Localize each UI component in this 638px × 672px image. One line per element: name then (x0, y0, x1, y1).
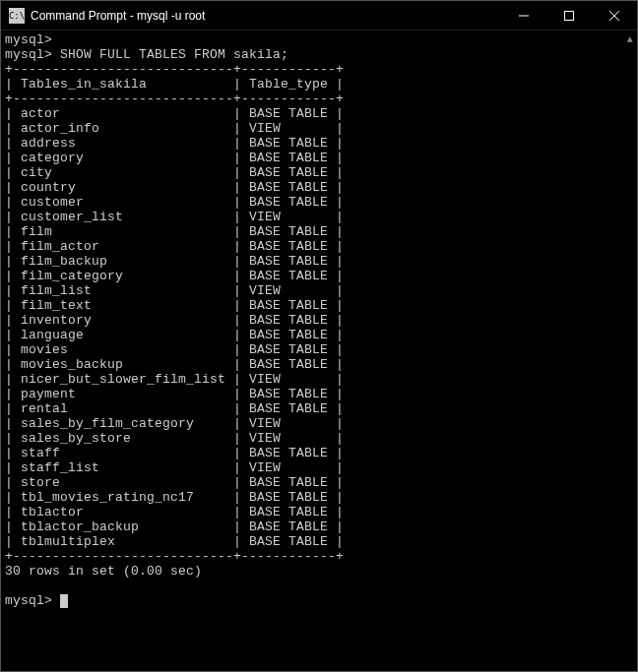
terminal-viewport[interactable]: ▲mysql> mysql> SHOW FULL TABLES FROM sak… (1, 31, 637, 671)
titlebar[interactable]: C:\ Command Prompt - mysql -u root (1, 1, 637, 31)
window-buttons (501, 1, 637, 30)
minimize-button[interactable] (501, 1, 546, 30)
svg-rect-1 (565, 11, 574, 20)
command-prompt-window: C:\ Command Prompt - mysql -u root ▲mysq… (0, 0, 638, 672)
window-title: Command Prompt - mysql -u root (31, 9, 501, 23)
maximize-button[interactable] (546, 1, 592, 30)
minimize-icon (519, 11, 529, 21)
app-icon: C:\ (9, 8, 25, 24)
close-button[interactable] (592, 1, 637, 30)
terminal-output: mysql> mysql> SHOW FULL TABLES FROM saki… (5, 32, 344, 608)
scroll-up-indicator: ▲ (627, 32, 633, 47)
text-cursor (60, 594, 68, 608)
close-icon (609, 11, 619, 21)
maximize-icon (564, 11, 574, 21)
